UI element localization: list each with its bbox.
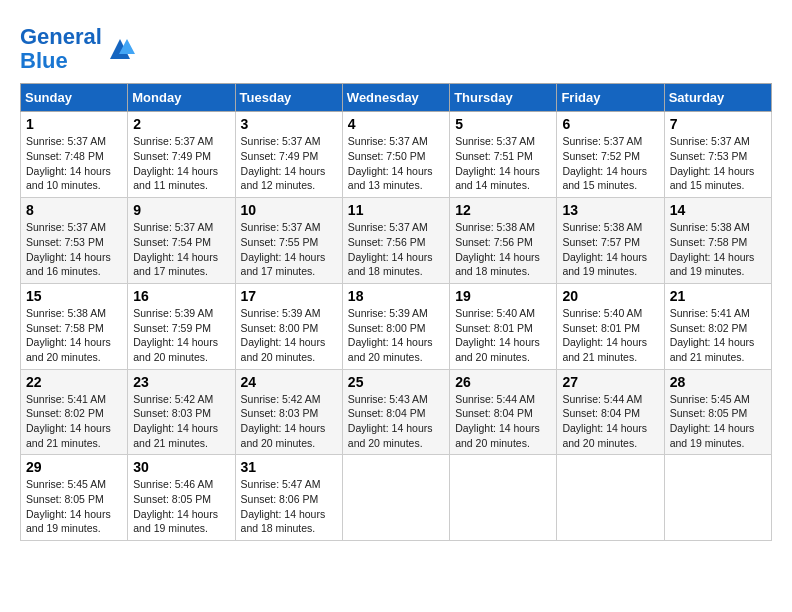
sunrise-label: Sunrise: 5:39 AM [133,307,213,319]
sunrise-label: Sunrise: 5:38 AM [670,221,750,233]
weekday-header: Saturday [664,84,771,112]
calendar-cell: 10 Sunrise: 5:37 AM Sunset: 7:55 PM Dayl… [235,198,342,284]
sunrise-label: Sunrise: 5:37 AM [133,221,213,233]
sunrise-label: Sunrise: 5:37 AM [241,135,321,147]
day-info: Sunrise: 5:38 AM Sunset: 7:57 PM Dayligh… [562,220,658,279]
sunrise-label: Sunrise: 5:39 AM [241,307,321,319]
daylight-label: Daylight: 14 hours [348,422,433,434]
daylight-label: Daylight: 14 hours [26,508,111,520]
calendar-cell: 20 Sunrise: 5:40 AM Sunset: 8:01 PM Dayl… [557,283,664,369]
daylight-minutes: and 18 minutes. [241,522,316,534]
daylight-minutes: and 12 minutes. [241,179,316,191]
daylight-label: Daylight: 14 hours [26,336,111,348]
day-number: 12 [455,202,551,218]
sunset-label: Sunset: 7:49 PM [241,150,319,162]
logo-text: GeneralBlue [20,25,102,73]
sunset-label: Sunset: 7:58 PM [670,236,748,248]
sunset-label: Sunset: 8:03 PM [133,407,211,419]
sunset-label: Sunset: 7:49 PM [133,150,211,162]
daylight-label: Daylight: 14 hours [348,251,433,263]
weekday-header: Tuesday [235,84,342,112]
day-number: 1 [26,116,122,132]
logo-icon [105,34,135,64]
daylight-minutes: and 20 minutes. [455,437,530,449]
sunrise-label: Sunrise: 5:37 AM [133,135,213,147]
sunrise-label: Sunrise: 5:37 AM [26,221,106,233]
calendar-cell: 3 Sunrise: 5:37 AM Sunset: 7:49 PM Dayli… [235,112,342,198]
sunrise-label: Sunrise: 5:41 AM [670,307,750,319]
daylight-label: Daylight: 14 hours [455,165,540,177]
calendar-cell: 23 Sunrise: 5:42 AM Sunset: 8:03 PM Dayl… [128,369,235,455]
daylight-minutes: and 17 minutes. [133,265,208,277]
day-info: Sunrise: 5:42 AM Sunset: 8:03 PM Dayligh… [133,392,229,451]
day-info: Sunrise: 5:42 AM Sunset: 8:03 PM Dayligh… [241,392,337,451]
sunrise-label: Sunrise: 5:44 AM [455,393,535,405]
calendar-cell: 6 Sunrise: 5:37 AM Sunset: 7:52 PM Dayli… [557,112,664,198]
calendar-table: SundayMondayTuesdayWednesdayThursdayFrid… [20,83,772,541]
day-info: Sunrise: 5:44 AM Sunset: 8:04 PM Dayligh… [562,392,658,451]
sunrise-label: Sunrise: 5:43 AM [348,393,428,405]
sunset-label: Sunset: 8:01 PM [455,322,533,334]
day-number: 26 [455,374,551,390]
daylight-label: Daylight: 14 hours [562,336,647,348]
daylight-label: Daylight: 14 hours [670,165,755,177]
sunset-label: Sunset: 8:04 PM [562,407,640,419]
daylight-minutes: and 15 minutes. [562,179,637,191]
sunrise-label: Sunrise: 5:37 AM [670,135,750,147]
sunrise-label: Sunrise: 5:44 AM [562,393,642,405]
day-number: 23 [133,374,229,390]
sunrise-label: Sunrise: 5:41 AM [26,393,106,405]
day-info: Sunrise: 5:37 AM Sunset: 7:49 PM Dayligh… [241,134,337,193]
calendar-week-row: 8 Sunrise: 5:37 AM Sunset: 7:53 PM Dayli… [21,198,772,284]
day-number: 24 [241,374,337,390]
day-info: Sunrise: 5:45 AM Sunset: 8:05 PM Dayligh… [26,477,122,536]
daylight-label: Daylight: 14 hours [455,251,540,263]
day-number: 28 [670,374,766,390]
sunset-label: Sunset: 8:00 PM [348,322,426,334]
calendar-cell: 9 Sunrise: 5:37 AM Sunset: 7:54 PM Dayli… [128,198,235,284]
daylight-label: Daylight: 14 hours [241,508,326,520]
daylight-minutes: and 16 minutes. [26,265,101,277]
daylight-minutes: and 20 minutes. [562,437,637,449]
day-info: Sunrise: 5:38 AM Sunset: 7:58 PM Dayligh… [670,220,766,279]
calendar-cell [557,455,664,541]
sunset-label: Sunset: 7:51 PM [455,150,533,162]
weekday-header: Thursday [450,84,557,112]
sunrise-label: Sunrise: 5:37 AM [348,221,428,233]
sunset-label: Sunset: 8:06 PM [241,493,319,505]
calendar-cell: 25 Sunrise: 5:43 AM Sunset: 8:04 PM Dayl… [342,369,449,455]
calendar-cell: 13 Sunrise: 5:38 AM Sunset: 7:57 PM Dayl… [557,198,664,284]
sunset-label: Sunset: 8:05 PM [26,493,104,505]
sunset-label: Sunset: 7:56 PM [455,236,533,248]
sunrise-label: Sunrise: 5:38 AM [26,307,106,319]
sunrise-label: Sunrise: 5:42 AM [241,393,321,405]
calendar-week-row: 15 Sunrise: 5:38 AM Sunset: 7:58 PM Dayl… [21,283,772,369]
sunrise-label: Sunrise: 5:42 AM [133,393,213,405]
day-info: Sunrise: 5:39 AM Sunset: 7:59 PM Dayligh… [133,306,229,365]
day-number: 29 [26,459,122,475]
calendar-cell: 30 Sunrise: 5:46 AM Sunset: 8:05 PM Dayl… [128,455,235,541]
sunrise-label: Sunrise: 5:38 AM [562,221,642,233]
daylight-label: Daylight: 14 hours [562,422,647,434]
calendar-cell: 29 Sunrise: 5:45 AM Sunset: 8:05 PM Dayl… [21,455,128,541]
daylight-minutes: and 20 minutes. [348,437,423,449]
daylight-label: Daylight: 14 hours [241,336,326,348]
daylight-minutes: and 20 minutes. [241,351,316,363]
weekday-header: Friday [557,84,664,112]
calendar-cell: 5 Sunrise: 5:37 AM Sunset: 7:51 PM Dayli… [450,112,557,198]
day-number: 17 [241,288,337,304]
sunrise-label: Sunrise: 5:45 AM [670,393,750,405]
sunset-label: Sunset: 7:56 PM [348,236,426,248]
calendar-cell [450,455,557,541]
day-info: Sunrise: 5:38 AM Sunset: 7:56 PM Dayligh… [455,220,551,279]
daylight-label: Daylight: 14 hours [133,508,218,520]
daylight-minutes: and 20 minutes. [133,351,208,363]
day-info: Sunrise: 5:46 AM Sunset: 8:05 PM Dayligh… [133,477,229,536]
daylight-label: Daylight: 14 hours [348,165,433,177]
daylight-label: Daylight: 14 hours [670,336,755,348]
sunset-label: Sunset: 7:48 PM [26,150,104,162]
day-number: 31 [241,459,337,475]
daylight-minutes: and 21 minutes. [562,351,637,363]
day-number: 4 [348,116,444,132]
daylight-label: Daylight: 14 hours [670,251,755,263]
